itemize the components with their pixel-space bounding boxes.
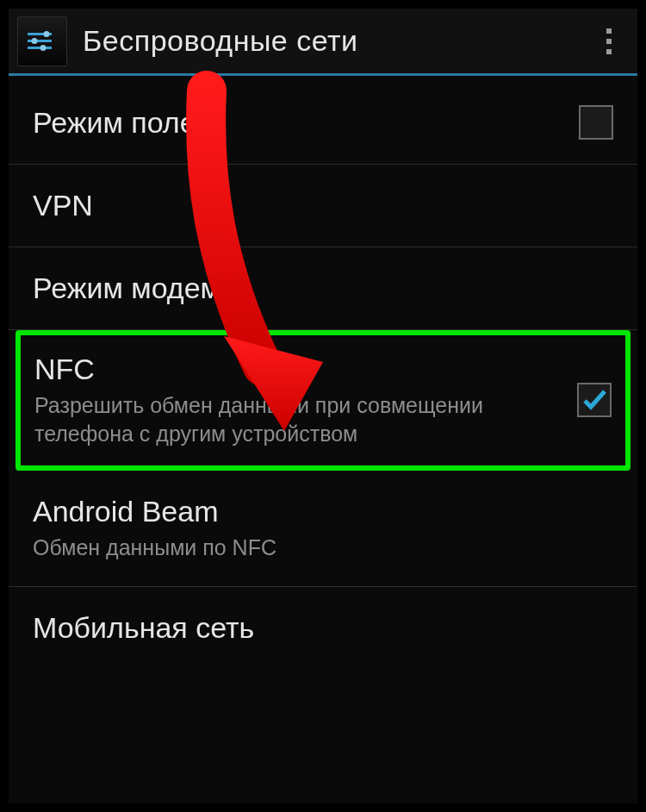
nfc-checkbox[interactable] <box>577 383 612 417</box>
row-label: Режим модема <box>33 272 596 305</box>
airplane-checkbox[interactable] <box>579 105 613 140</box>
row-subtitle: Разрешить обмен данными при совмещении т… <box>34 391 560 447</box>
svg-rect-1 <box>28 40 52 42</box>
row-android-beam[interactable]: Android Beam Обмен данными по NFC <box>9 471 637 587</box>
row-subtitle: Обмен данными по NFC <box>33 534 596 562</box>
row-label: Мобильная сеть <box>33 611 596 645</box>
page-title: Беспроводные сети <box>83 24 358 58</box>
row-label: VPN <box>33 189 596 222</box>
row-mobile-network[interactable]: Мобильная сеть <box>9 587 637 669</box>
row-label: Android Beam <box>33 495 596 528</box>
svg-rect-2 <box>28 47 52 49</box>
back-with-settings-icon[interactable] <box>17 16 67 66</box>
row-nfc[interactable]: NFC Разрешить обмен данными при совмещен… <box>17 332 629 469</box>
svg-point-4 <box>32 38 38 44</box>
row-tethering[interactable]: Режим модема <box>9 247 637 330</box>
settings-list: Режим полета VPN Режим модема NFC Разреш… <box>9 76 637 669</box>
svg-point-3 <box>44 31 50 37</box>
row-label: Режим полета <box>33 106 562 140</box>
overflow-menu-icon[interactable] <box>596 21 622 62</box>
row-label: NFC <box>34 353 560 386</box>
svg-point-5 <box>40 45 47 51</box>
row-vpn[interactable]: VPN <box>9 165 637 247</box>
action-bar: Беспроводные сети <box>9 9 637 76</box>
screen-frame: Беспроводные сети Режим полета VPN Режим… <box>0 0 646 812</box>
row-airplane-mode[interactable]: Режим полета <box>9 81 637 165</box>
